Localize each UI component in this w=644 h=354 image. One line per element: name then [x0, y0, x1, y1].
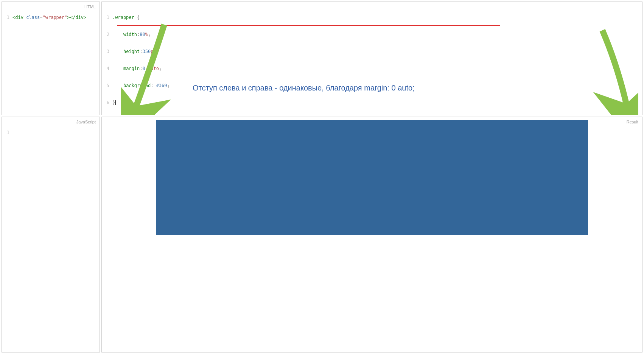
css-line-4: margin:0 auto;	[112, 66, 642, 72]
css-line-6: }	[112, 100, 642, 106]
line-number: 6	[102, 100, 112, 106]
annotation-text: Отступ слева и справа - одинаковые, благ…	[193, 84, 415, 92]
line-number: 2	[102, 32, 112, 37]
text-cursor	[115, 100, 116, 105]
line-number: 1	[2, 15, 12, 20]
result-pane-label: Result	[625, 119, 640, 125]
css-code-editor[interactable]: 1 .wrapper { 2 width:80%; 3 height:350px…	[102, 2, 642, 115]
js-pane[interactable]: JavaScript 1	[2, 117, 100, 352]
result-content	[102, 120, 642, 352]
css-pane[interactable]: 1 .wrapper { 2 width:80%; 3 height:350px…	[101, 2, 642, 115]
line-number: 5	[102, 83, 112, 89]
css-line-2: width:80%;	[112, 32, 642, 37]
line-number: 4	[102, 66, 112, 72]
fiddle-grid: HTML 1 <div class="wrapper"></div> 1 .wr…	[0, 0, 644, 354]
html-pane-label: HTML	[83, 4, 97, 9]
css-line-3: height:350px;	[112, 49, 642, 55]
js-pane-label: JavaScript	[75, 119, 97, 125]
line-number: 3	[102, 49, 112, 55]
line-number: 1	[102, 15, 112, 20]
js-line-1	[12, 130, 100, 136]
html-pane[interactable]: HTML 1 <div class="wrapper"></div>	[2, 2, 100, 115]
annotation-underline	[117, 25, 500, 26]
result-pane: Result	[101, 117, 642, 352]
html-line-1: <div class="wrapper"></div>	[12, 15, 100, 20]
css-line-1: .wrapper {	[112, 15, 642, 20]
result-wrapper-box	[156, 120, 588, 235]
line-number: 1	[2, 130, 12, 136]
